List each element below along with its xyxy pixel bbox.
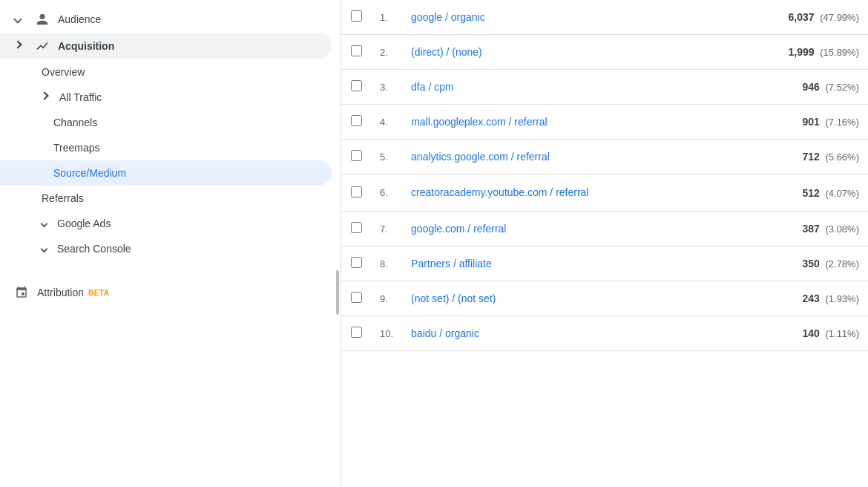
row-checkbox-3[interactable] xyxy=(351,80,362,91)
sidebar-item-source-medium-label: Source/Medium xyxy=(53,167,126,179)
source-link[interactable]: mall.googleplex.com / referral xyxy=(411,116,548,128)
table-cell-value: 712 (5.66%) xyxy=(723,140,868,174)
row-checkbox-4[interactable] xyxy=(351,115,362,126)
table-row: 10.baidu / organic140 (1.11%) xyxy=(341,316,868,351)
table-cell-value: 243 (1.93%) xyxy=(723,281,868,316)
sidebar-item-channels[interactable]: Channels xyxy=(0,110,332,135)
row-checkbox-10[interactable] xyxy=(351,327,362,338)
table-row: 4.mall.googleplex.com / referral901 (7.1… xyxy=(341,105,868,140)
sidebar-item-search-console-label: Search Console xyxy=(57,243,131,255)
source-link[interactable]: google.com / referral xyxy=(411,223,506,235)
table-cell-checkbox xyxy=(341,316,371,351)
table-cell-source[interactable]: (direct) / (none) xyxy=(402,35,723,70)
sidebar-item-audience[interactable]: Audience xyxy=(0,6,332,33)
table-cell-source[interactable]: analytics.google.com / referral xyxy=(402,140,723,174)
row-checkbox-2[interactable] xyxy=(351,45,362,56)
source-link[interactable]: creatoracademy.youtube.com / referral xyxy=(411,186,588,198)
table-cell-number: 5. xyxy=(371,140,402,174)
table-cell-pct: (47.99%) xyxy=(818,12,859,23)
table-cell-value: 350 (2.78%) xyxy=(723,246,868,281)
sidebar-item-overview-label: Overview xyxy=(42,66,85,78)
table-cell-checkbox xyxy=(341,212,371,246)
table-row: 6.creatoracademy.youtube.com / referral5… xyxy=(341,174,868,212)
sidebar-item-search-console[interactable]: Search Console xyxy=(0,236,332,261)
table-cell-number: 7. xyxy=(371,212,402,246)
table-cell-checkbox xyxy=(341,281,371,316)
main-content: 1.google / organic6,037 (47.99%)2.(direc… xyxy=(341,0,868,487)
table-cell-pct: (3.08%) xyxy=(823,223,859,235)
source-link[interactable]: baidu / organic xyxy=(411,327,479,339)
table-cell-pct: (7.52%) xyxy=(823,82,859,93)
source-link[interactable]: analytics.google.com / referral xyxy=(411,151,550,163)
row-checkbox-5[interactable] xyxy=(351,150,362,161)
table-cell-source[interactable]: mall.googleplex.com / referral xyxy=(402,105,723,140)
table-cell-value: 512 (4.07%) xyxy=(723,174,868,212)
table-cell-checkbox xyxy=(341,246,371,281)
chevron-down-icon xyxy=(15,45,27,48)
table-cell-number: 2. xyxy=(371,35,402,70)
row-checkbox-1[interactable] xyxy=(351,10,362,22)
table-cell-source[interactable]: google / organic xyxy=(402,0,723,35)
row-checkbox-8[interactable] xyxy=(351,257,362,268)
chevron-right-icon xyxy=(15,16,27,22)
table-cell-value: 6,037 (47.99%) xyxy=(723,0,868,35)
table-cell-value: 901 (7.16%) xyxy=(723,105,868,140)
source-link[interactable]: dfa / cpm xyxy=(411,81,454,93)
sidebar-item-referrals[interactable]: Referrals xyxy=(0,186,332,211)
table-cell-checkbox xyxy=(341,35,371,70)
row-checkbox-9[interactable] xyxy=(351,292,362,303)
table-cell-checkbox xyxy=(341,174,371,212)
data-table: 1.google / organic6,037 (47.99%)2.(direc… xyxy=(341,0,868,351)
table-cell-value: 387 (3.08%) xyxy=(723,212,868,246)
table-cell-source[interactable]: (not set) / (not set) xyxy=(402,281,723,316)
table-cell-pct: (4.07%) xyxy=(823,188,859,199)
source-link[interactable]: google / organic xyxy=(411,11,485,23)
scrollbar[interactable] xyxy=(336,270,339,315)
sidebar-item-google-ads[interactable]: Google Ads xyxy=(0,211,332,236)
table-cell-pct: (1.11%) xyxy=(823,328,859,339)
sidebar-item-all-traffic[interactable]: All Traffic xyxy=(0,85,341,110)
table-cell-checkbox xyxy=(341,105,371,140)
table-cell-number: 8. xyxy=(371,246,402,281)
table-cell-checkbox xyxy=(341,0,371,35)
row-checkbox-7[interactable] xyxy=(351,222,362,233)
sidebar-item-all-traffic-label: All Traffic xyxy=(59,91,102,103)
table-cell-pct: (5.66%) xyxy=(823,151,859,163)
chevron-right-google-ads-icon xyxy=(42,221,53,226)
chevron-down-all-traffic-icon xyxy=(42,96,53,99)
sidebar: Audience Acquisition Overview All Traffi… xyxy=(0,0,341,487)
table-cell-number: 3. xyxy=(371,70,402,105)
person-icon xyxy=(36,13,49,26)
sidebar-item-attribution-label: Attribution xyxy=(37,287,84,298)
sidebar-item-acquisition-label: Acquisition xyxy=(58,40,114,52)
source-link[interactable]: (not set) / (not set) xyxy=(411,292,496,304)
table-cell-checkbox xyxy=(341,70,371,105)
sidebar-item-google-ads-label: Google Ads xyxy=(57,218,111,229)
table-cell-source[interactable]: baidu / organic xyxy=(402,316,723,351)
table-cell-number: 10. xyxy=(371,316,402,351)
sidebar-item-overview[interactable]: Overview xyxy=(0,59,332,85)
source-link[interactable]: (direct) / (none) xyxy=(411,46,482,58)
sidebar-item-attribution[interactable]: Attribution BETA xyxy=(0,279,332,306)
sidebar-item-source-medium[interactable]: Source/Medium xyxy=(0,160,332,186)
source-link[interactable]: Partners / affiliate xyxy=(411,258,492,269)
table-row: 1.google / organic6,037 (47.99%) xyxy=(341,0,868,35)
table-cell-value: 1,999 (15.89%) xyxy=(723,35,868,70)
table-cell-value: 140 (1.11%) xyxy=(723,316,868,351)
sidebar-item-acquisition[interactable]: Acquisition xyxy=(0,33,332,59)
row-checkbox-6[interactable] xyxy=(351,186,362,197)
sidebar-item-referrals-label: Referrals xyxy=(42,192,84,204)
table-cell-number: 6. xyxy=(371,174,402,212)
table-row: 3.dfa / cpm946 (7.52%) xyxy=(341,70,868,105)
table-cell-pct: (7.16%) xyxy=(823,117,859,128)
table-row: 5.analytics.google.com / referral712 (5.… xyxy=(341,140,868,174)
sidebar-item-treemaps[interactable]: Treemaps xyxy=(0,135,332,160)
table-cell-source[interactable]: Partners / affiliate xyxy=(402,246,723,281)
acquisition-icon xyxy=(36,39,49,53)
table-cell-source[interactable]: google.com / referral xyxy=(402,212,723,246)
table-cell-source[interactable]: creatoracademy.youtube.com / referral xyxy=(402,174,723,212)
attribution-icon xyxy=(15,286,28,299)
table-cell-number: 9. xyxy=(371,281,402,316)
table-cell-number: 1. xyxy=(371,0,402,35)
table-cell-source[interactable]: dfa / cpm xyxy=(402,70,723,105)
